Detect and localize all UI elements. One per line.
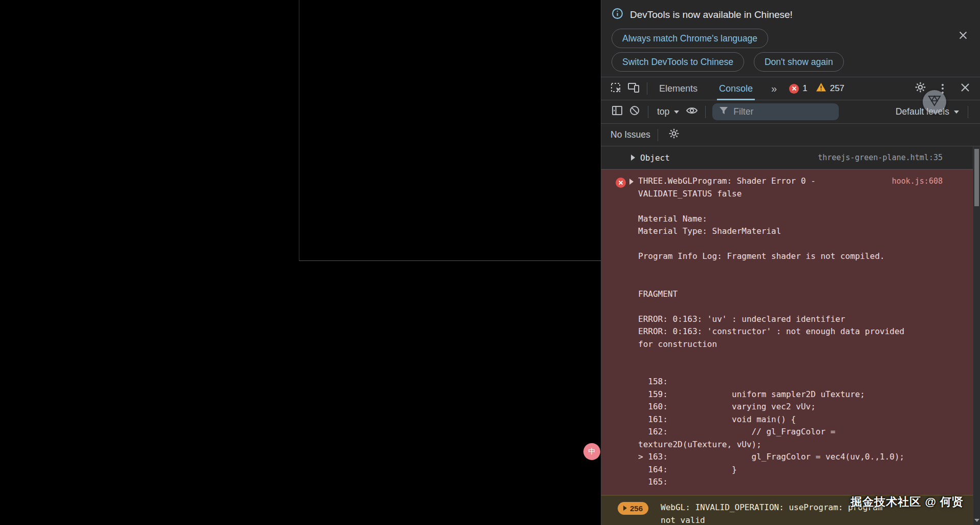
chevron-down-icon [954, 111, 959, 114]
threejs-logo-icon [927, 94, 942, 110]
warning-count: 257 [830, 83, 844, 94]
close-icon [959, 81, 971, 96]
console-filter [712, 103, 839, 120]
watermark: 掘金技术社区 @ 何贤 [851, 494, 964, 510]
console-settings-button[interactable] [665, 126, 683, 144]
match-language-button[interactable]: Always match Chrome's language [612, 29, 768, 48]
more-tabs-button[interactable]: » [767, 83, 781, 95]
switch-to-chinese-button[interactable]: Switch DevTools to Chinese [612, 52, 744, 72]
expand-arrow-icon [623, 506, 627, 511]
divider [648, 106, 648, 118]
no-issues-link[interactable]: No Issues [611, 129, 650, 140]
divider [705, 106, 706, 118]
console-messages: Object threejs-green-plane.html:35 hook.… [601, 146, 980, 525]
console-sidebar-toggle[interactable] [608, 103, 626, 121]
divider [658, 129, 658, 141]
scrollbar-thumb[interactable] [974, 149, 979, 206]
error-icon [616, 178, 626, 188]
kebab-icon [942, 84, 944, 94]
inspect-icon [609, 81, 623, 97]
devtools-panel: DevTools is now available in Chinese! Al… [601, 0, 980, 525]
console-scrollbar[interactable] [973, 146, 980, 525]
warning-icon [816, 82, 826, 95]
filter-icon [718, 105, 729, 118]
dont-show-again-button[interactable]: Don't show again [754, 52, 844, 72]
webgl-canvas[interactable] [299, 0, 601, 261]
scrollbar-down-arrow[interactable] [974, 518, 979, 523]
infobar-close-button[interactable] [956, 30, 970, 43]
context-label: top [657, 106, 669, 117]
chevron-down-icon [674, 111, 679, 114]
repeat-count-badge[interactable]: 256 [618, 502, 648, 515]
translate-float-button[interactable]: 中 [583, 443, 600, 460]
expand-arrow-icon[interactable] [631, 155, 635, 161]
issues-row: No Issues [601, 124, 980, 146]
context-selector[interactable]: top [653, 106, 683, 117]
repeat-count: 256 [630, 504, 643, 513]
divider [647, 82, 647, 95]
source-link[interactable]: threejs-green-plane.html:35 [818, 153, 943, 162]
tab-console[interactable]: Console [712, 77, 760, 100]
expand-arrow-icon[interactable] [629, 179, 634, 185]
warning-count-badge[interactable]: 257 [816, 82, 844, 95]
console-error-row: hook.js:608 THREE.WebGLProgram: Shader E… [601, 169, 980, 495]
shader-error-text: THREE.WebGLProgram: Shader Error 0 - VAL… [638, 175, 973, 489]
floating-widget[interactable] [923, 90, 946, 114]
filter-input[interactable] [733, 106, 833, 117]
live-expression-button[interactable] [683, 103, 701, 121]
divider [968, 106, 968, 118]
close-icon [957, 30, 969, 43]
close-devtools-button[interactable] [956, 80, 974, 97]
info-icon [612, 8, 623, 22]
inspect-element-button[interactable] [607, 80, 625, 97]
clear-icon [628, 104, 641, 119]
error-count-badge[interactable]: 1 [789, 83, 807, 94]
device-toolbar-icon [627, 81, 640, 97]
eye-icon [685, 104, 699, 119]
clear-console-button[interactable] [626, 103, 643, 121]
tab-elements[interactable]: Elements [652, 77, 705, 100]
error-icon [789, 84, 799, 94]
gear-icon [668, 128, 680, 142]
translate-icon: 中 [589, 447, 596, 456]
error-count: 1 [802, 83, 807, 94]
tab-elements-label: Elements [659, 83, 698, 94]
sidebar-icon [611, 104, 623, 119]
device-toolbar-button[interactable] [625, 80, 642, 97]
object-preview[interactable]: Object [640, 153, 670, 163]
tab-console-label: Console [719, 83, 753, 94]
gear-icon [914, 81, 926, 96]
language-infobar: DevTools is now available in Chinese! Al… [601, 0, 980, 77]
infobar-title: DevTools is now available in Chinese! [630, 9, 793, 20]
console-log-row: Object threejs-green-plane.html:35 [601, 146, 980, 169]
source-link[interactable]: hook.js:608 [892, 177, 943, 186]
